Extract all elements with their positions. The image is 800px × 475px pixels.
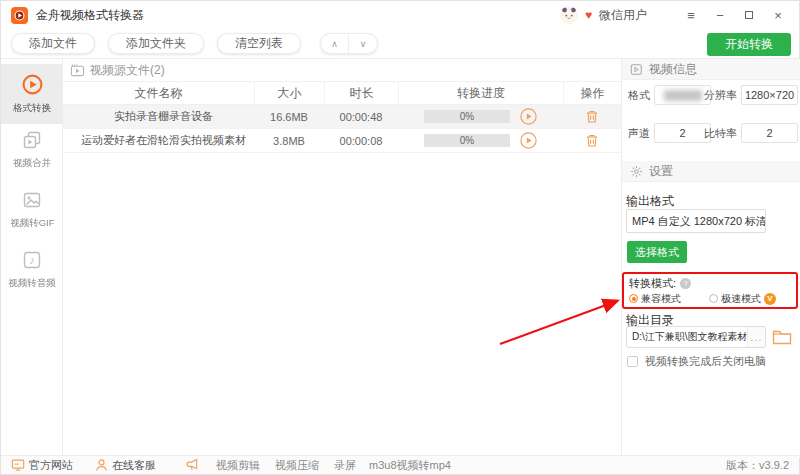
maximize-button[interactable] <box>738 5 760 25</box>
output-format-value: MP4 自定义 1280x720 标清 <box>627 214 765 229</box>
col-progress: 转换进度 <box>398 82 563 104</box>
minimize-button[interactable]: − <box>709 5 731 25</box>
footer-bar: 官方网站 在线客服 视频剪辑 视频压缩 录屏 m3u8视频转mp4 版本：v3.… <box>1 455 799 474</box>
add-folder-button[interactable]: 添加文件夹 <box>108 33 204 54</box>
resolution-label: 分辨率 : <box>704 85 743 105</box>
progress-bar: 0% <box>424 134 510 147</box>
table-row[interactable]: 实拍录音棚录音设备 16.6MB 00:00:48 0% <box>63 105 621 129</box>
file-size: 16.6MB <box>254 111 324 123</box>
move-up-button[interactable]: ∧ <box>321 34 349 53</box>
title-bar: 金舟视频格式转换器 ♥ 微信用户 ≡ − × <box>1 1 799 29</box>
clear-list-button[interactable]: 清空列表 <box>217 33 301 54</box>
video-info-icon <box>630 63 643 76</box>
shutdown-checkbox[interactable]: 视频转换完成后关闭电脑 <box>627 354 766 369</box>
reorder-group: ∧ ∨ <box>320 33 378 54</box>
output-format-field[interactable]: MP4 自定义 1280x720 标清 <box>626 209 766 233</box>
delete-button[interactable] <box>585 133 599 148</box>
app-window: 金舟视频格式转换器 ♥ 微信用户 ≡ − × 添加文件 添加文件夹 清空列表 ∧… <box>0 0 800 475</box>
play-circle-icon <box>21 73 44 96</box>
trash-icon <box>585 109 599 124</box>
video-info-header: 视频信息 <box>622 59 800 80</box>
menu-icon[interactable]: ≡ <box>680 5 702 25</box>
sidebar-item-video-to-audio[interactable]: ♪ 视频转音频 <box>1 239 63 299</box>
promo-link[interactable] <box>186 458 200 472</box>
radio-fast-mode[interactable] <box>709 294 718 303</box>
add-file-button[interactable]: 添加文件 <box>11 33 95 54</box>
output-dir-value: D:\江下兼职\图文教程素材\金舟视 <box>627 330 747 344</box>
monitor-icon <box>11 458 25 472</box>
choose-format-button[interactable]: 选择格式 <box>627 241 687 263</box>
open-folder-button[interactable] <box>772 328 792 345</box>
right-panel: 视频信息 格式 分辨率 : 1280×720 声道 : 2 比特率 : 2 设置… <box>621 59 800 457</box>
operation-cell <box>563 109 621 124</box>
delete-button[interactable] <box>585 109 599 124</box>
trash-icon <box>585 133 599 148</box>
output-format-label: 输出格式 <box>626 193 674 210</box>
compatible-mode-label[interactable]: 兼容模式 <box>641 292 681 306</box>
sidebar-item-video-merge[interactable]: 视频合并 <box>1 119 63 179</box>
progress-bar: 0% <box>424 110 510 123</box>
sidebar-item-format-convert[interactable]: 格式转换 <box>1 64 63 124</box>
move-down-button[interactable]: ∨ <box>349 34 377 53</box>
video-gif-icon <box>21 189 43 211</box>
checkbox-icon <box>627 356 638 367</box>
settings-title: 设置 <box>649 163 673 180</box>
operation-cell <box>563 133 621 148</box>
user-avatar[interactable] <box>560 6 578 24</box>
convert-mode-highlight-box: 转换模式: ? 兼容模式 极速模式 V <box>622 272 798 309</box>
file-duration: 00:00:08 <box>324 135 398 147</box>
table-row[interactable]: 运动爱好者在滑轮滑实拍视频素材 3.8MB 00:00:08 0% <box>63 129 621 153</box>
official-site-label: 官方网站 <box>29 458 73 473</box>
output-dir-field[interactable]: D:\江下兼职\图文教程素材\金舟视 ... <box>626 326 766 348</box>
footer-link-video-compress[interactable]: 视频压缩 <box>275 458 319 473</box>
online-service-link[interactable]: 在线客服 <box>95 458 156 473</box>
svg-text:♪: ♪ <box>29 254 35 266</box>
format-label: 格式 <box>628 85 650 105</box>
radio-compatible-mode[interactable] <box>629 294 638 303</box>
person-icon <box>95 458 108 472</box>
megaphone-icon <box>186 458 200 472</box>
source-files-header: 视频源文件(2) <box>63 59 621 81</box>
music-note-icon: ♪ <box>21 249 43 271</box>
sidebar-item-label: 格式转换 <box>13 101 51 114</box>
convert-mode-label: 转换模式: <box>629 276 676 291</box>
settings-header: 设置 <box>622 161 800 182</box>
browse-button[interactable]: ... <box>747 327 765 347</box>
shutdown-label: 视频转换完成后关闭电脑 <box>645 354 766 369</box>
progress-cell: 0% <box>398 132 563 149</box>
footer-link-video-edit[interactable]: 视频剪辑 <box>216 458 260 473</box>
footer-link-m3u8[interactable]: m3u8视频转mp4 <box>369 458 451 473</box>
start-convert-button[interactable]: 开始转换 <box>707 33 791 56</box>
file-list-panel: 视频源文件(2) 文件名称 大小 时长 转换进度 操作 实拍录音棚录音设备 16… <box>63 59 621 457</box>
info-row-2: 声道 : 2 比特率 : 2 <box>622 123 800 143</box>
row-play-button[interactable] <box>520 108 537 125</box>
sidebar-item-label: 视频合并 <box>13 156 51 169</box>
fast-mode-label[interactable]: 极速模式 <box>721 292 761 306</box>
sidebar: 格式转换 视频合并 视频转GIF ♪ 视频转音频 <box>1 59 63 457</box>
sidebar-item-video-to-gif[interactable]: 视频转GIF <box>1 179 63 239</box>
resolution-value: 1280×720 <box>741 85 798 105</box>
close-button[interactable]: × <box>767 5 789 25</box>
progress-cell: 0% <box>398 108 563 125</box>
footer-link-screen-record[interactable]: 录屏 <box>334 458 356 473</box>
help-icon[interactable]: ? <box>680 278 691 289</box>
blur-smudge <box>664 90 702 101</box>
vip-badge-icon: V <box>764 293 776 305</box>
col-size: 大小 <box>254 82 324 104</box>
row-play-button[interactable] <box>520 132 537 149</box>
user-name[interactable]: 微信用户 <box>599 7 647 24</box>
bitrate-label: 比特率 : <box>704 123 743 143</box>
play-icon <box>520 132 537 149</box>
maximize-icon <box>745 11 753 19</box>
file-name: 实拍录音棚录音设备 <box>63 109 254 124</box>
app-title: 金舟视频格式转换器 <box>36 7 144 24</box>
official-site-link[interactable]: 官方网站 <box>11 458 73 473</box>
video-source-icon <box>70 63 85 77</box>
app-logo-icon <box>11 7 28 24</box>
channels-label: 声道 : <box>628 123 656 143</box>
toolbar: 添加文件 添加文件夹 清空列表 ∧ ∨ 开始转换 <box>1 29 799 59</box>
version-label: 版本：v3.9.2 <box>726 458 789 473</box>
gear-icon <box>630 165 643 178</box>
online-service-label: 在线客服 <box>112 458 156 473</box>
file-name: 运动爱好者在滑轮滑实拍视频素材 <box>63 133 254 148</box>
